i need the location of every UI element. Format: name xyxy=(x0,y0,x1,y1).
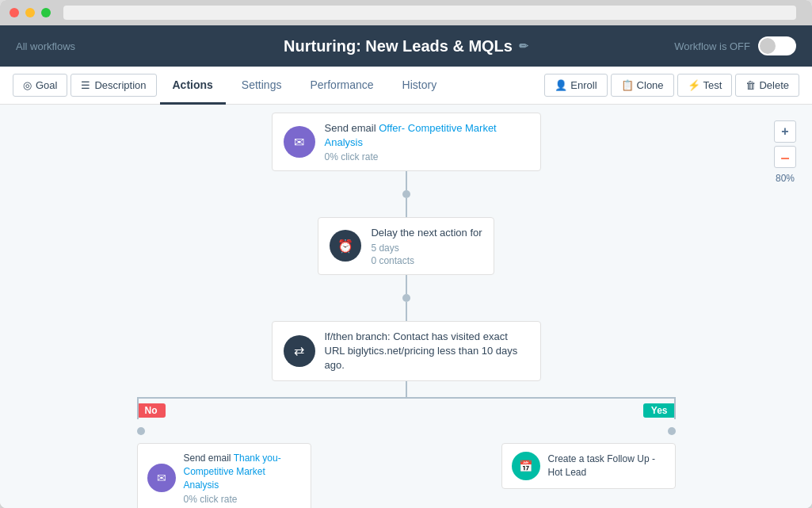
branch-icon: ⇄ xyxy=(284,335,315,367)
node-subtitle-1: 0% click rate xyxy=(325,151,529,162)
node-info-5: Create a task Follow Up - Hot Lead xyxy=(548,453,665,479)
email-link-2: Thank you- Competitive Market Analysis xyxy=(184,453,281,491)
email-link-1: Offer- Competitive Market Analysis xyxy=(325,122,497,148)
settings-label: Settings xyxy=(242,78,282,91)
vertical-line-1b xyxy=(406,198,407,217)
test-button[interactable]: ⚡ Test xyxy=(677,74,733,97)
test-label: Test xyxy=(703,79,722,91)
actions-tab[interactable]: Actions xyxy=(160,67,226,105)
node-title-3: If/then branch: Contact has visited exac… xyxy=(325,330,529,373)
performance-tab[interactable]: Performance xyxy=(297,67,386,105)
delay-title: Delay the next action for xyxy=(371,227,482,239)
description-tab[interactable]: ☰ Description xyxy=(71,74,156,97)
minimize-dot[interactable] xyxy=(25,8,35,17)
goal-tab[interactable]: ◎ Goal xyxy=(13,74,67,97)
branch-left-dot xyxy=(137,427,145,435)
clone-label: Clone xyxy=(637,79,664,91)
delay-icon: ⏰ xyxy=(330,230,361,262)
bottom-nodes-row: ✉ Send email Thank you- Competitive Mark… xyxy=(137,443,676,508)
workflow-status-label: Workflow is OFF xyxy=(674,40,750,52)
clone-icon: 📋 xyxy=(621,79,634,91)
vertical-line-2b xyxy=(406,302,407,321)
enroll-label: Enroll xyxy=(570,79,597,91)
branch-left-drop xyxy=(137,397,139,419)
performance-label: Performance xyxy=(310,78,373,91)
flow-container: ✉ Send email Offer- Competitive Market A… xyxy=(0,113,812,508)
branch-labels-row: No Yes xyxy=(137,403,676,418)
task-icon: 📅 xyxy=(512,452,540,480)
workflow-toggle-switch[interactable] xyxy=(758,36,796,55)
branch-yes-label: Yes xyxy=(643,403,676,418)
nav-bar: ◎ Goal ☰ Description Actions Settings Pe… xyxy=(0,67,812,105)
workflow-canvas: + – 80% ✉ Send email Offer- Competitive … xyxy=(0,105,812,508)
goal-label: Goal xyxy=(36,79,57,91)
history-label: History xyxy=(402,78,437,91)
send-email-node-1[interactable]: ✉ Send email Offer- Competitive Market A… xyxy=(272,113,541,171)
delete-icon: 🗑 xyxy=(745,79,756,91)
branch-right-dot xyxy=(668,427,676,435)
close-dot[interactable] xyxy=(10,8,19,17)
branch-right-drop xyxy=(674,397,676,419)
connector-dot-1 xyxy=(402,190,410,198)
delay-contacts: 0 contacts xyxy=(371,255,482,266)
create-task-node[interactable]: 📅 Create a task Follow Up - Hot Lead xyxy=(501,443,676,489)
branch-horizontal-area xyxy=(137,397,676,399)
toggle-knob xyxy=(760,38,776,54)
vertical-line-2 xyxy=(406,275,407,294)
connector-1 xyxy=(402,171,410,217)
connector-2 xyxy=(402,275,410,321)
all-workflows-link[interactable]: All workflows xyxy=(16,40,75,52)
actions-label: Actions xyxy=(173,78,213,91)
node-title-2: Delay the next action for xyxy=(371,226,482,240)
branch-no-label: No xyxy=(137,403,166,418)
vertical-line-1 xyxy=(406,171,407,190)
branch-title: If/then branch: Contact has visited exac… xyxy=(325,330,518,371)
connector-dot-2 xyxy=(402,294,410,302)
branch-section: No Yes ✉ Send email Thank you- Com xyxy=(0,381,812,508)
email-icon-2: ✉ xyxy=(147,464,176,492)
url-bar xyxy=(63,6,796,20)
delay-days: 5 days xyxy=(371,243,482,254)
workflow-title: Nurturing: New Leads & MQLs xyxy=(284,37,513,55)
title-bar xyxy=(0,0,812,25)
branch-center-line xyxy=(406,381,407,397)
description-icon: ☰ xyxy=(81,79,90,91)
delay-node[interactable]: ⏰ Delay the next action for 5 days 0 con… xyxy=(318,217,494,274)
test-icon: ⚡ xyxy=(688,79,700,91)
node-title-5: Create a task Follow Up - Hot Lead xyxy=(548,453,665,479)
description-label: Description xyxy=(94,79,146,91)
goal-icon: ◎ xyxy=(23,79,32,91)
node-row-2: ⏰ Delay the next action for 5 days 0 con… xyxy=(0,217,812,274)
header-title: Nurturing: New Leads & MQLs ✏ xyxy=(284,37,528,55)
history-tab[interactable]: History xyxy=(390,67,450,105)
workflow-toggle-area: Workflow is OFF xyxy=(674,36,796,55)
node-row-3: ⇄ If/then branch: Contact has visited ex… xyxy=(0,321,812,382)
node-subtitle-4: 0% click rate xyxy=(184,494,301,505)
email-icon-1: ✉ xyxy=(284,126,315,158)
node-title-1: Send email Offer- Competitive Market Ana… xyxy=(325,121,529,150)
branch-node[interactable]: ⇄ If/then branch: Contact has visited ex… xyxy=(272,321,541,382)
branch-horizontal-line xyxy=(137,397,676,399)
node-info-2: Delay the next action for 5 days 0 conta… xyxy=(371,226,482,265)
settings-tab[interactable]: Settings xyxy=(229,67,295,105)
app-window: All workflows Nurturing: New Leads & MQL… xyxy=(0,0,812,508)
enroll-icon: 👤 xyxy=(555,79,567,91)
delete-label: Delete xyxy=(759,79,789,91)
send-email-node-2[interactable]: ✉ Send email Thank you- Competitive Mark… xyxy=(137,443,311,508)
app-header: All workflows Nurturing: New Leads & MQL… xyxy=(0,25,812,67)
node-info-4: Send email Thank you- Competitive Market… xyxy=(184,452,301,504)
node-row-1: ✉ Send email Offer- Competitive Market A… xyxy=(0,113,812,171)
delete-button[interactable]: 🗑 Delete xyxy=(735,74,799,97)
node-info-1: Send email Offer- Competitive Market Ana… xyxy=(325,121,529,162)
node-info-3: If/then branch: Contact has visited exac… xyxy=(325,330,529,373)
maximize-dot[interactable] xyxy=(41,8,51,17)
node-title-4: Send email Thank you- Competitive Market… xyxy=(184,452,301,491)
clone-button[interactable]: 📋 Clone xyxy=(611,74,674,97)
enroll-button[interactable]: 👤 Enroll xyxy=(544,74,607,97)
branch-dots-row xyxy=(137,427,676,435)
edit-title-icon[interactable]: ✏ xyxy=(519,40,528,52)
